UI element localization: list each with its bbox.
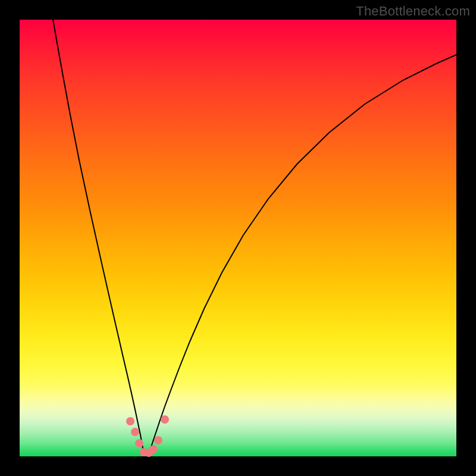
- marker-dot: [149, 445, 158, 453]
- bottleneck-curve: [53, 20, 456, 455]
- chart-svg: [20, 20, 456, 456]
- marker-dot: [131, 428, 139, 436]
- marker-dot: [126, 417, 134, 425]
- chart-frame: TheBottleneck.com: [0, 0, 476, 476]
- near-optimal-markers: [126, 415, 169, 457]
- marker-dot: [154, 436, 162, 444]
- marker-dot: [135, 439, 143, 447]
- marker-dot: [161, 415, 169, 424]
- watermark-text: TheBottleneck.com: [356, 4, 470, 19]
